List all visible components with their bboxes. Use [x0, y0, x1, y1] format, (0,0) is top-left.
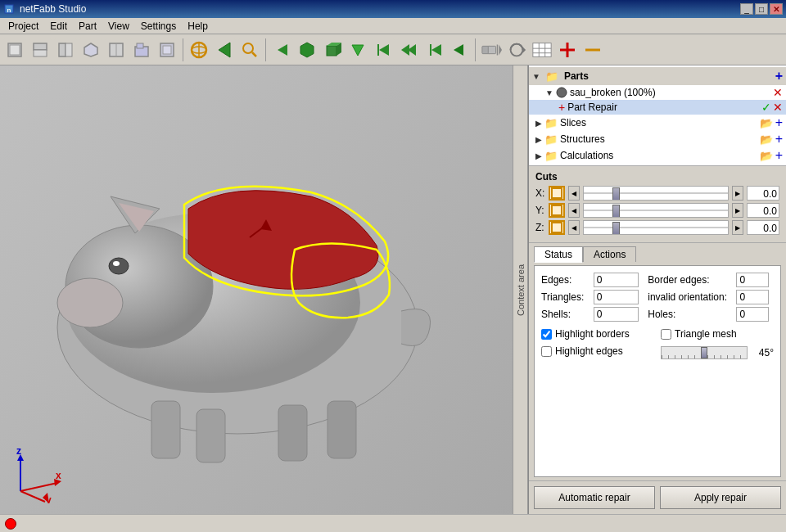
grid-button[interactable]: [531, 38, 553, 61]
cut-z-slider[interactable]: [583, 220, 729, 235]
calculations-add-icon[interactable]: +: [775, 148, 783, 163]
nav-arrow-left5-button[interactable]: [448, 38, 471, 61]
view-iso-button[interactable]: [79, 38, 102, 61]
slices-folder-icon: 📁: [544, 117, 558, 129]
view-side-button[interactable]: [54, 38, 77, 61]
cut-z-value: 0.0: [747, 220, 779, 235]
cut-z-right-arrow[interactable]: ▶: [732, 220, 743, 235]
view-left-button[interactable]: [105, 38, 128, 61]
rotate-button[interactable]: [505, 38, 528, 61]
checkboxes-grid: Highlight borders Triangle mesh Highligh…: [541, 328, 774, 359]
menu-view[interactable]: View: [103, 20, 134, 33]
highlight-borders-label[interactable]: Highlight borders: [555, 328, 630, 340]
cut-z-button[interactable]: [549, 220, 565, 235]
calculations-expand[interactable]: ▶: [535, 151, 542, 160]
nav-arrow-left3-button[interactable]: [397, 38, 420, 61]
structures-add-icon[interactable]: +: [775, 132, 783, 147]
cut-y-left-arrow[interactable]: ◀: [568, 203, 580, 218]
view-top-button[interactable]: [29, 38, 52, 61]
cut-x-left-arrow[interactable]: ◀: [568, 186, 580, 201]
slices-expand[interactable]: ▶: [535, 119, 542, 128]
svg-rect-7: [66, 43, 72, 56]
cut-x-label: X:: [535, 187, 545, 199]
menu-help[interactable]: Help: [183, 20, 213, 33]
tab-status[interactable]: Status: [534, 246, 583, 263]
menu-settings[interactable]: Settings: [136, 20, 181, 33]
angle-value: 45°: [751, 347, 774, 358]
highlight-edges-checkbox[interactable]: [541, 346, 552, 357]
parts-add-icon[interactable]: +: [775, 69, 783, 83]
triangle-mesh-label[interactable]: Triangle mesh: [675, 328, 737, 340]
structures-item[interactable]: ▶ 📁 Structures 📂 +: [529, 131, 786, 147]
repair-remove-icon[interactable]: ✕: [773, 101, 783, 114]
holes-value[interactable]: [736, 307, 769, 322]
search-button[interactable]: [238, 38, 261, 61]
part-expand[interactable]: ▼: [545, 88, 553, 97]
minimize-button[interactable]: _: [740, 3, 753, 15]
menu-part[interactable]: Part: [74, 20, 102, 33]
slices-item[interactable]: ▶ 📁 Slices 📂 +: [529, 115, 786, 131]
part-repair-item[interactable]: + Part Repair ✓ ✕: [529, 100, 786, 115]
add-button[interactable]: [556, 38, 579, 61]
slices-add-icon[interactable]: +: [775, 115, 783, 130]
parts-expand[interactable]: ▼: [532, 72, 540, 81]
triangles-value[interactable]: [594, 290, 639, 304]
cut-x-slider[interactable]: [583, 186, 729, 201]
part-remove-icon[interactable]: ✕: [773, 86, 783, 99]
cut-x-handle[interactable]: [612, 187, 620, 201]
cut-y-handle[interactable]: [612, 205, 620, 218]
nav-hexagon-button[interactable]: [296, 38, 318, 61]
nav-arrow-left2-button[interactable]: [372, 38, 395, 61]
angle-slider-thumb[interactable]: [701, 347, 707, 358]
invalid-orientation-value[interactable]: [736, 290, 769, 304]
nav-arrow-down-button[interactable]: [346, 38, 369, 61]
merge-button[interactable]: [480, 38, 503, 61]
close-button[interactable]: ✕: [770, 3, 783, 15]
slices-open-icon[interactable]: 📂: [760, 117, 773, 129]
structures-open-icon[interactable]: 📂: [760, 133, 773, 146]
calculations-item[interactable]: ▶ 📁 Calculations 📂 +: [529, 147, 786, 164]
highlight-borders-checkbox[interactable]: [541, 329, 552, 340]
cut-y-slider[interactable]: [583, 203, 729, 218]
triangle-left-button[interactable]: [213, 38, 236, 61]
sphere-button[interactable]: [187, 38, 210, 61]
view-right-button[interactable]: [130, 38, 153, 61]
triangle-mesh-row: Triangle mesh: [661, 328, 774, 340]
nav-arrow-left4-button[interactable]: [422, 38, 445, 61]
highlight-edges-row: Highlight edges: [541, 345, 654, 357]
triangle-mesh-checkbox[interactable]: [661, 329, 671, 340]
cut-x-button[interactable]: [549, 186, 565, 201]
viewport[interactable]: z y x Context area: [0, 65, 528, 514]
repair-ok-icon[interactable]: ✓: [761, 101, 771, 114]
shells-value[interactable]: [594, 307, 639, 322]
holes-label: Holes:: [648, 309, 731, 320]
tab-actions[interactable]: Actions: [583, 246, 636, 262]
edges-value[interactable]: [594, 273, 639, 287]
highlight-edges-label[interactable]: Highlight edges: [555, 345, 623, 357]
nav-left-button[interactable]: [270, 38, 293, 61]
svg-marker-27: [379, 44, 389, 56]
toolbar: [0, 34, 786, 65]
automatic-repair-button[interactable]: Automatic repair: [534, 486, 655, 509]
maximize-button[interactable]: □: [755, 3, 768, 15]
cut-x-right-arrow[interactable]: ▶: [732, 186, 743, 201]
svg-point-72: [557, 88, 567, 97]
cut-z-handle[interactable]: [612, 222, 620, 235]
menu-project[interactable]: Project: [3, 20, 43, 33]
menu-edit[interactable]: Edit: [45, 20, 72, 33]
border-edges-value[interactable]: [736, 273, 769, 287]
cut-y-right-arrow[interactable]: ▶: [732, 203, 743, 218]
svg-marker-31: [431, 44, 441, 56]
svg-marker-21: [278, 44, 287, 56]
structures-expand[interactable]: ▶: [535, 135, 542, 144]
nav-cube-button[interactable]: [321, 38, 344, 61]
calculations-open-icon[interactable]: 📂: [760, 150, 773, 162]
cut-y-button[interactable]: [549, 203, 565, 218]
apply-repair-button[interactable]: Apply repair: [660, 486, 781, 509]
minus-button[interactable]: [581, 38, 604, 61]
cut-z-left-arrow[interactable]: ◀: [568, 220, 580, 235]
view-bottom-button[interactable]: [156, 38, 178, 61]
angle-slider[interactable]: [661, 346, 748, 359]
part-item-sau-broken[interactable]: ▼ sau_broken (100%) ✕: [529, 85, 786, 100]
view-front-button[interactable]: [3, 38, 26, 61]
